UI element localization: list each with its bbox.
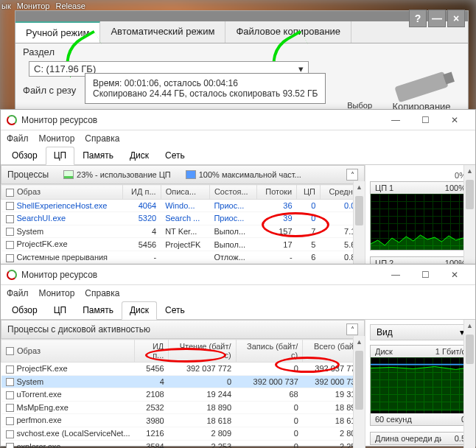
taskbar-label: Release — [56, 1, 85, 10]
table-row[interactable]: perfmon.exe398018 618018 618 — [1, 414, 365, 427]
menubar: Файл Монитор Справка — [1, 130, 475, 147]
cpu-chart-1: ЦП 1100% — [370, 181, 471, 251]
tab-cpu[interactable]: ЦП — [46, 301, 75, 319]
chart-title: Длина очереди диска 0 (... — [375, 434, 441, 443]
table-row[interactable]: explorer.exe35842 25302 253 — [1, 440, 365, 448]
col-desc[interactable]: Описа... — [161, 185, 209, 200]
chart-max: 1 Гбит/с — [435, 347, 466, 356]
app-icon — [7, 270, 17, 280]
table-row[interactable]: SearchUI.exe5320Search ...Приос...390 — [1, 212, 365, 225]
menubar: Файл Монитор Справка — [1, 285, 475, 301]
scrollbar[interactable]: ▲▼ — [463, 320, 475, 448]
disk-processes-header[interactable]: Процессы с дисковой активностью ˄ — [1, 320, 365, 339]
collapse-button[interactable]: ˄ — [346, 323, 358, 335]
table-row[interactable]: Системные прерывания-Отлож...-60.81 — [1, 251, 365, 264]
tab-disk[interactable]: Диск — [122, 147, 157, 164]
table-row[interactable]: System4NT Ker...Выпол...15777.17 — [1, 225, 365, 238]
tab-memory[interactable]: Память — [74, 147, 122, 164]
table-row[interactable]: ProjectFK.exe5456392 037 7720392 037 772 — [1, 363, 365, 376]
col-read[interactable]: Чтение (байт/с) — [169, 340, 236, 363]
tooltip-line: Скопировано 24.44 ГБ, осталось скопирова… — [93, 88, 318, 99]
window-title: Монитор ресурсов — [21, 270, 97, 280]
close-button[interactable]: ✕ — [440, 265, 469, 284]
maximize-button[interactable]: ☐ — [410, 265, 440, 284]
help-button[interactable]: ? — [409, 10, 427, 27]
taskbar-label: Монитор — [17, 1, 50, 10]
copy-app-window: ? — × Ручной режим Автоматический режим … — [15, 10, 469, 121]
window-title: Монитор ресурсов — [21, 115, 97, 125]
tooltip-line: Время: 00:01:06, осталось 00:04:16 — [93, 78, 318, 88]
disk-process-table: Образ ИД п... Чтение (байт/с) Запись (ба… — [1, 339, 365, 448]
tab-auto-mode[interactable]: Автоматический режим — [100, 21, 225, 43]
tab-disk[interactable]: Диск — [122, 301, 157, 320]
disk-chart: Диск1 Гбит/с 60 секунд0 — [370, 345, 471, 426]
menu-monitor[interactable]: Монитор — [39, 288, 75, 298]
chart-scale: 0% — [370, 169, 471, 181]
maximize-button[interactable]: ☐ — [410, 111, 440, 130]
scrollbar[interactable]: ▲▼ — [353, 336, 365, 448]
menu-file[interactable]: Файл — [7, 133, 29, 144]
taskbar-label: ык — [1, 1, 11, 10]
col-image[interactable]: Образ — [1, 340, 135, 363]
tab-overview[interactable]: Обзор — [4, 301, 46, 319]
menu-help[interactable]: Справка — [85, 288, 119, 298]
tab-network[interactable]: Сеть — [157, 301, 193, 319]
menu-help[interactable]: Справка — [85, 133, 119, 144]
usb-icon — [394, 71, 448, 103]
table-row[interactable]: ProjectFK.exe5456ProjectFKВыпол...1755.6… — [1, 238, 365, 251]
processes-section-header[interactable]: Процессы 23% - использование ЦП 100% мак… — [1, 165, 365, 184]
menu-file[interactable]: Файл — [7, 288, 29, 298]
close-button[interactable]: ✕ — [440, 111, 469, 130]
chart-title: ЦП 1 — [375, 183, 393, 192]
chart-max: 100% — [445, 183, 466, 192]
minimize-button[interactable]: — — [381, 111, 410, 130]
col-status[interactable]: Состоя... — [209, 185, 257, 200]
section-title: Процессы — [7, 169, 49, 180]
minimize-button[interactable]: — — [428, 10, 446, 27]
cpu-freq-label: 100% максимальной част... — [199, 170, 301, 179]
col-pid[interactable]: ИД п... — [123, 185, 161, 200]
tab-memory[interactable]: Память — [74, 301, 122, 319]
app-icon — [7, 115, 17, 125]
table-row[interactable]: ShellExperienceHost.exe4064Windo...Приос… — [1, 199, 365, 212]
col-write[interactable]: Запись (байт/с) — [236, 340, 303, 363]
tab-overview[interactable]: Обзор — [4, 147, 46, 164]
minimize-button[interactable]: — — [381, 265, 410, 284]
collapse-button[interactable]: ˄ — [346, 169, 358, 181]
resource-monitor-cpu: Монитор ресурсов — ☐ ✕ Файл Монитор Спра… — [0, 109, 476, 270]
result-file-label: Файл с резу — [23, 85, 76, 96]
table-row[interactable]: System40392 000 737392 000 737 — [1, 375, 365, 388]
col-threads[interactable]: Потоки — [257, 185, 297, 200]
table-row[interactable]: svchost.exe (LocalServiceNet...12162 809… — [1, 427, 365, 440]
tab-network[interactable]: Сеть — [157, 147, 193, 164]
resource-monitor-disk: Монитор ресурсов — ☐ ✕ Файл Монитор Спра… — [0, 264, 476, 447]
progress-tooltip: Время: 00:01:06, осталось 00:04:16 Скопи… — [85, 73, 326, 104]
close-button[interactable]: × — [447, 10, 465, 27]
col-cpu[interactable]: ЦП — [297, 185, 321, 200]
menu-monitor[interactable]: Монитор — [39, 133, 75, 144]
section-title: Процессы с дисковой активностью — [7, 324, 150, 335]
chart-title: Диск — [375, 347, 393, 356]
section-label: Раздел — [23, 46, 55, 57]
view-dropdown[interactable]: Вид▾ — [370, 324, 471, 340]
cpu-usage-label: 23% - использование ЦП — [77, 170, 171, 179]
col-image[interactable]: Образ — [1, 185, 123, 200]
col-pid[interactable]: ИД п... — [135, 340, 169, 363]
tab-cpu[interactable]: ЦП — [46, 147, 75, 165]
chart-footer: 60 секунд — [375, 415, 412, 424]
queue-chart: Длина очереди диска 0 (...0.5 — [370, 432, 471, 445]
table-row[interactable]: MsMpEng.exe253218 890018 890 — [1, 401, 365, 414]
table-row[interactable]: uTorrent.exe210819 2446819 313 — [1, 388, 365, 402]
